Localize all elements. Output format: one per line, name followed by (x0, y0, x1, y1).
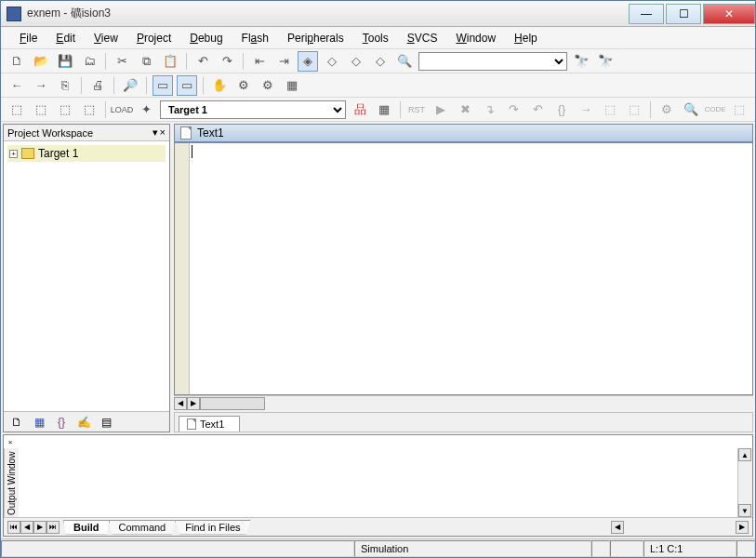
options-icon[interactable]: ⚙ (258, 75, 278, 96)
editor-tab-text1[interactable]: Text1 (179, 416, 240, 432)
outdent-icon[interactable]: ⇥ (273, 51, 294, 72)
step-over-icon[interactable]: ↷ (503, 100, 524, 120)
ws-tab-files-icon[interactable]: 🗋 (7, 414, 26, 431)
output-hscrollbar[interactable]: ◀ ▶ (270, 521, 749, 534)
workspace-pin-icon[interactable]: ▾ (153, 126, 158, 139)
bookmark-next-icon[interactable]: ◇ (322, 51, 342, 72)
scroll-thumb[interactable] (200, 397, 265, 410)
menu-file[interactable]: File (12, 30, 45, 46)
close-button[interactable]: ✕ (703, 4, 755, 24)
indent-icon[interactable]: ⇤ (249, 51, 270, 72)
output-tab-prev-icon[interactable]: ◀ (20, 521, 33, 534)
menu-edit[interactable]: Edit (48, 30, 83, 46)
menu-debug[interactable]: Debug (182, 30, 230, 46)
menu-svcs[interactable]: SVCS (400, 30, 445, 46)
ws-tab-functions-icon[interactable]: {} (52, 414, 71, 431)
step-into-icon[interactable]: ↴ (479, 100, 499, 120)
binoculars-icon[interactable]: 🔭 (571, 51, 591, 72)
scroll-right-icon[interactable]: ▶ (187, 397, 200, 410)
window-title: exnem - 礦ision3 (27, 6, 111, 21)
bookmark-prev-icon[interactable]: ◇ (346, 51, 366, 72)
stop-build-icon[interactable]: ⬚ (79, 100, 99, 120)
config-icon[interactable]: ⚙ (233, 75, 254, 96)
menu-window[interactable]: Window (448, 30, 503, 46)
output-tab-build[interactable]: Build (63, 520, 110, 535)
workspace-tree[interactable]: + Target 1 (4, 141, 169, 411)
content-area: Project Workspace ▾ × + Target 1 🗋 ▦ (1, 122, 755, 538)
build-icon[interactable]: ⬚ (7, 100, 27, 120)
bookmark-nav-icon[interactable]: ⎘ (55, 75, 75, 96)
manage-targets-icon[interactable]: 品 (350, 100, 370, 120)
grid-icon[interactable]: ▦ (374, 100, 394, 120)
cut-icon[interactable]: ✂ (112, 51, 132, 72)
editor-hscrollbar[interactable]: ◀ ▶ (174, 395, 753, 410)
bookmark-clear-icon[interactable]: ◇ (370, 51, 391, 72)
find-in-files-icon[interactable]: 🔭 (595, 51, 616, 72)
save-icon[interactable]: 💾 (55, 51, 75, 72)
debug-icon[interactable]: 🔎 (120, 75, 140, 96)
output-tab-last-icon[interactable]: ⏭ (46, 521, 60, 534)
code-icon[interactable]: CODE (705, 100, 725, 120)
run-to-cursor-icon[interactable]: {} (551, 100, 572, 120)
menu-project[interactable]: Project (129, 30, 179, 46)
minimize-button[interactable]: — (629, 4, 664, 24)
tools-icon[interactable]: ▦ (282, 75, 302, 96)
target-combo[interactable]: Target 1 (160, 100, 346, 119)
breakpoint-1-icon[interactable]: ⬚ (600, 100, 620, 120)
print-icon[interactable]: 🖨 (87, 75, 108, 96)
paste-icon[interactable]: 📋 (160, 51, 180, 72)
stop-icon[interactable]: ✖ (455, 100, 475, 120)
workspace-close-icon[interactable]: × (160, 126, 166, 139)
editor-text-input[interactable] (190, 143, 752, 394)
open-file-icon[interactable]: 📂 (31, 51, 51, 72)
menu-help[interactable]: Help (507, 30, 545, 46)
ws-tab-templates-icon[interactable]: ✍ (74, 414, 93, 431)
view-mode-1-icon[interactable]: ▭ (153, 75, 173, 96)
output-vscrollbar[interactable]: ▲ ▼ (737, 448, 752, 517)
search-combo[interactable] (418, 52, 567, 71)
redo-icon[interactable]: ↷ (217, 51, 237, 72)
analyzer-icon[interactable]: 🔍 (681, 100, 701, 120)
menu-peripherals[interactable]: Peripherals (280, 30, 351, 46)
menu-tools[interactable]: Tools (355, 30, 396, 46)
output-tab-findinfiles[interactable]: Find in Files (175, 520, 250, 535)
ws-tab-books-icon[interactable]: ▦ (30, 414, 48, 431)
undo-icon[interactable]: ↶ (192, 51, 213, 72)
find-icon[interactable]: 🔍 (394, 51, 415, 72)
hand-icon[interactable]: ✋ (209, 75, 230, 96)
save-all-icon[interactable]: 🗂 (79, 51, 99, 72)
run-icon[interactable]: ▶ (431, 100, 451, 120)
step-out-icon[interactable]: ↶ (527, 100, 548, 120)
output-tab-next-icon[interactable]: ▶ (33, 521, 46, 534)
output-scroll-up-icon[interactable]: ▲ (738, 448, 751, 461)
maximize-button[interactable]: ☐ (666, 4, 701, 24)
download-icon[interactable]: LOAD (112, 100, 132, 120)
tree-expand-icon[interactable]: + (9, 150, 18, 158)
tree-root-node[interactable]: + Target 1 (7, 145, 166, 162)
view-mode-2-icon[interactable]: ▭ (177, 75, 197, 96)
target-options-icon[interactable]: ✦ (136, 100, 156, 120)
new-file-icon[interactable]: 🗋 (7, 51, 27, 72)
output-close-icon[interactable]: × (6, 437, 15, 446)
scroll-left-icon[interactable]: ◀ (174, 397, 187, 410)
memory-icon[interactable]: ⬚ (729, 100, 749, 120)
build-all-icon[interactable]: ⬚ (55, 100, 75, 120)
breakpoint-2-icon[interactable]: ⬚ (624, 100, 644, 120)
menu-view[interactable]: View (86, 30, 126, 46)
rebuild-icon[interactable]: ⬚ (31, 100, 51, 120)
output-text-area[interactable] (19, 448, 737, 517)
copy-icon[interactable]: ⧉ (136, 51, 156, 72)
output-tab-first-icon[interactable]: ⏮ (7, 521, 20, 534)
output-scroll-down-icon[interactable]: ▼ (738, 504, 751, 517)
menu-flash[interactable]: Flash (234, 30, 276, 46)
output-tab-command[interactable]: Command (109, 520, 177, 535)
output-scroll-right-icon[interactable]: ▶ (736, 521, 749, 534)
show-next-icon[interactable]: → (576, 100, 596, 120)
output-scroll-left-icon[interactable]: ◀ (611, 521, 624, 534)
ws-tab-regs-icon[interactable]: ▤ (97, 414, 115, 431)
bookmark-icon[interactable]: ◈ (298, 51, 318, 72)
serial-icon[interactable]: ⚙ (657, 100, 677, 120)
forward-icon[interactable]: → (31, 75, 51, 96)
back-icon[interactable]: ← (7, 75, 27, 96)
reset-cpu-icon[interactable]: RST (406, 100, 427, 120)
